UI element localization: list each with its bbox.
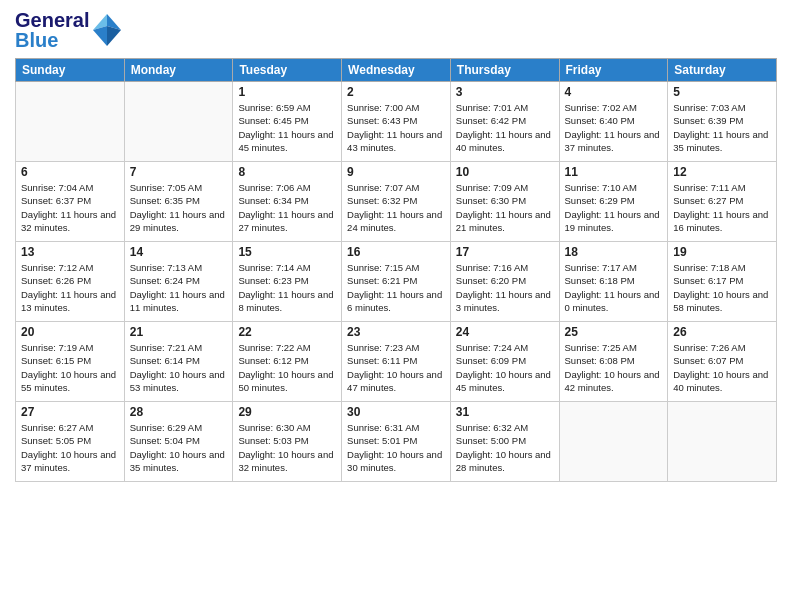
day-info: Sunrise: 7:11 AM Sunset: 6:27 PM Dayligh… (673, 181, 771, 234)
calendar-cell: 2 Sunrise: 7:00 AM Sunset: 6:43 PM Dayli… (342, 82, 451, 162)
sunset-text: Sunset: 5:04 PM (130, 435, 200, 446)
day-number: 7 (130, 165, 228, 179)
day-number: 4 (565, 85, 663, 99)
daylight-text: Daylight: 10 hours and 35 minutes. (130, 449, 225, 473)
sunset-text: Sunset: 5:03 PM (238, 435, 308, 446)
sunrise-text: Sunrise: 7:21 AM (130, 342, 202, 353)
day-number: 22 (238, 325, 336, 339)
sunset-text: Sunset: 6:21 PM (347, 275, 417, 286)
day-number: 31 (456, 405, 554, 419)
page: General Blue Sunday Monday Tuesday Wedne… (0, 0, 792, 612)
sunrise-text: Sunrise: 7:23 AM (347, 342, 419, 353)
day-number: 18 (565, 245, 663, 259)
daylight-text: Daylight: 11 hours and 37 minutes. (565, 129, 660, 153)
daylight-text: Daylight: 11 hours and 19 minutes. (565, 209, 660, 233)
sunrise-text: Sunrise: 7:14 AM (238, 262, 310, 273)
day-info: Sunrise: 7:10 AM Sunset: 6:29 PM Dayligh… (565, 181, 663, 234)
day-info: Sunrise: 7:18 AM Sunset: 6:17 PM Dayligh… (673, 261, 771, 314)
sunset-text: Sunset: 6:26 PM (21, 275, 91, 286)
day-number: 8 (238, 165, 336, 179)
daylight-text: Daylight: 11 hours and 24 minutes. (347, 209, 442, 233)
daylight-text: Daylight: 11 hours and 21 minutes. (456, 209, 551, 233)
daylight-text: Daylight: 11 hours and 43 minutes. (347, 129, 442, 153)
day-number: 24 (456, 325, 554, 339)
day-number: 1 (238, 85, 336, 99)
col-thursday: Thursday (450, 59, 559, 82)
calendar-cell: 8 Sunrise: 7:06 AM Sunset: 6:34 PM Dayli… (233, 162, 342, 242)
calendar-cell (16, 82, 125, 162)
calendar-cell: 31 Sunrise: 6:32 AM Sunset: 5:00 PM Dayl… (450, 402, 559, 482)
sunset-text: Sunset: 6:23 PM (238, 275, 308, 286)
sunset-text: Sunset: 6:12 PM (238, 355, 308, 366)
sunset-text: Sunset: 6:08 PM (565, 355, 635, 366)
daylight-text: Daylight: 10 hours and 32 minutes. (238, 449, 333, 473)
calendar-cell: 7 Sunrise: 7:05 AM Sunset: 6:35 PM Dayli… (124, 162, 233, 242)
daylight-text: Daylight: 11 hours and 11 minutes. (130, 289, 225, 313)
sunset-text: Sunset: 6:18 PM (565, 275, 635, 286)
sunrise-text: Sunrise: 7:00 AM (347, 102, 419, 113)
daylight-text: Daylight: 10 hours and 47 minutes. (347, 369, 442, 393)
day-number: 30 (347, 405, 445, 419)
col-sunday: Sunday (16, 59, 125, 82)
calendar-cell: 23 Sunrise: 7:23 AM Sunset: 6:11 PM Dayl… (342, 322, 451, 402)
sunrise-text: Sunrise: 7:19 AM (21, 342, 93, 353)
sunset-text: Sunset: 5:00 PM (456, 435, 526, 446)
day-info: Sunrise: 7:26 AM Sunset: 6:07 PM Dayligh… (673, 341, 771, 394)
sunset-text: Sunset: 6:29 PM (565, 195, 635, 206)
sunrise-text: Sunrise: 7:18 AM (673, 262, 745, 273)
calendar-cell: 26 Sunrise: 7:26 AM Sunset: 6:07 PM Dayl… (668, 322, 777, 402)
calendar-cell: 17 Sunrise: 7:16 AM Sunset: 6:20 PM Dayl… (450, 242, 559, 322)
day-info: Sunrise: 7:14 AM Sunset: 6:23 PM Dayligh… (238, 261, 336, 314)
col-wednesday: Wednesday (342, 59, 451, 82)
daylight-text: Daylight: 11 hours and 8 minutes. (238, 289, 333, 313)
day-info: Sunrise: 6:31 AM Sunset: 5:01 PM Dayligh… (347, 421, 445, 474)
day-info: Sunrise: 7:24 AM Sunset: 6:09 PM Dayligh… (456, 341, 554, 394)
calendar-week-row: 27 Sunrise: 6:27 AM Sunset: 5:05 PM Dayl… (16, 402, 777, 482)
day-number: 26 (673, 325, 771, 339)
sunset-text: Sunset: 6:35 PM (130, 195, 200, 206)
sunrise-text: Sunrise: 7:02 AM (565, 102, 637, 113)
calendar-cell: 16 Sunrise: 7:15 AM Sunset: 6:21 PM Dayl… (342, 242, 451, 322)
calendar-cell: 4 Sunrise: 7:02 AM Sunset: 6:40 PM Dayli… (559, 82, 668, 162)
calendar-week-row: 20 Sunrise: 7:19 AM Sunset: 6:15 PM Dayl… (16, 322, 777, 402)
day-info: Sunrise: 7:23 AM Sunset: 6:11 PM Dayligh… (347, 341, 445, 394)
calendar-cell: 1 Sunrise: 6:59 AM Sunset: 6:45 PM Dayli… (233, 82, 342, 162)
day-number: 3 (456, 85, 554, 99)
sunrise-text: Sunrise: 7:15 AM (347, 262, 419, 273)
daylight-text: Daylight: 11 hours and 32 minutes. (21, 209, 116, 233)
sunset-text: Sunset: 6:27 PM (673, 195, 743, 206)
day-info: Sunrise: 6:30 AM Sunset: 5:03 PM Dayligh… (238, 421, 336, 474)
day-info: Sunrise: 7:04 AM Sunset: 6:37 PM Dayligh… (21, 181, 119, 234)
daylight-text: Daylight: 10 hours and 45 minutes. (456, 369, 551, 393)
sunset-text: Sunset: 6:45 PM (238, 115, 308, 126)
sunset-text: Sunset: 6:39 PM (673, 115, 743, 126)
daylight-text: Daylight: 11 hours and 16 minutes. (673, 209, 768, 233)
sunset-text: Sunset: 6:20 PM (456, 275, 526, 286)
daylight-text: Daylight: 10 hours and 50 minutes. (238, 369, 333, 393)
sunset-text: Sunset: 6:43 PM (347, 115, 417, 126)
sunrise-text: Sunrise: 7:25 AM (565, 342, 637, 353)
daylight-text: Daylight: 10 hours and 40 minutes. (673, 369, 768, 393)
sunset-text: Sunset: 6:07 PM (673, 355, 743, 366)
day-info: Sunrise: 7:13 AM Sunset: 6:24 PM Dayligh… (130, 261, 228, 314)
sunset-text: Sunset: 6:09 PM (456, 355, 526, 366)
day-info: Sunrise: 7:17 AM Sunset: 6:18 PM Dayligh… (565, 261, 663, 314)
sunrise-text: Sunrise: 7:17 AM (565, 262, 637, 273)
daylight-text: Daylight: 11 hours and 13 minutes. (21, 289, 116, 313)
day-number: 2 (347, 85, 445, 99)
calendar-cell (668, 402, 777, 482)
sunset-text: Sunset: 6:42 PM (456, 115, 526, 126)
calendar-table: Sunday Monday Tuesday Wednesday Thursday… (15, 58, 777, 482)
sunrise-text: Sunrise: 6:32 AM (456, 422, 528, 433)
sunrise-text: Sunrise: 7:04 AM (21, 182, 93, 193)
calendar-cell: 3 Sunrise: 7:01 AM Sunset: 6:42 PM Dayli… (450, 82, 559, 162)
day-info: Sunrise: 7:01 AM Sunset: 6:42 PM Dayligh… (456, 101, 554, 154)
daylight-text: Daylight: 11 hours and 6 minutes. (347, 289, 442, 313)
sunrise-text: Sunrise: 7:22 AM (238, 342, 310, 353)
sunset-text: Sunset: 6:40 PM (565, 115, 635, 126)
day-number: 16 (347, 245, 445, 259)
sunrise-text: Sunrise: 6:31 AM (347, 422, 419, 433)
day-info: Sunrise: 7:19 AM Sunset: 6:15 PM Dayligh… (21, 341, 119, 394)
sunset-text: Sunset: 6:17 PM (673, 275, 743, 286)
sunrise-text: Sunrise: 7:05 AM (130, 182, 202, 193)
